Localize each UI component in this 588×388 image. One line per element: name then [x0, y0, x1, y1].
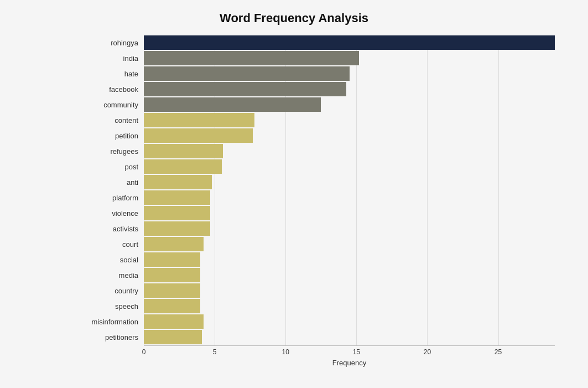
- bar-label: content: [80, 116, 144, 125]
- bar-track: [144, 283, 555, 298]
- bar-row: refugees: [144, 144, 555, 158]
- bar-label: rohingya: [80, 39, 144, 47]
- bar-label: anti: [80, 178, 144, 187]
- bar: [144, 314, 204, 329]
- bar-track: [144, 159, 555, 174]
- bar-label: speech: [80, 302, 144, 311]
- bar: [144, 66, 350, 81]
- bar-track: [144, 175, 555, 189]
- bar-row: content: [144, 113, 555, 127]
- x-tick: 0: [142, 348, 146, 356]
- bar-row: petition: [144, 128, 555, 143]
- bar-track: [144, 128, 555, 143]
- bar-label: media: [80, 271, 144, 280]
- bars-container: rohingyaindiahatefacebookcommunityconten…: [144, 35, 555, 345]
- bar-label: violence: [80, 209, 144, 218]
- bar-label: india: [80, 54, 144, 63]
- bar-row: court: [144, 237, 555, 251]
- bar: [144, 175, 212, 189]
- bar: [144, 206, 210, 220]
- bar: [144, 221, 210, 236]
- bar-label: activists: [80, 225, 144, 233]
- bar-track: [144, 237, 555, 251]
- bar-label: court: [80, 240, 144, 249]
- bar-row: hate: [144, 66, 555, 81]
- bar: [144, 299, 200, 313]
- bar-label: misinformation: [80, 318, 144, 326]
- bar-label: platform: [80, 194, 144, 202]
- bar: [144, 35, 555, 50]
- bar-row: petitioners: [144, 330, 555, 344]
- x-axis-container: 0510152025 Frequency: [144, 345, 555, 367]
- bar-track: [144, 330, 555, 344]
- x-tick: 25: [495, 348, 502, 356]
- bar-track: [144, 252, 555, 267]
- bar-label: refugees: [80, 147, 144, 156]
- bar-label: post: [80, 163, 144, 171]
- x-tick: 5: [213, 348, 217, 356]
- bar-row: misinformation: [144, 314, 555, 329]
- bar-track: [144, 299, 555, 313]
- bar-row: platform: [144, 190, 555, 205]
- bar-label: petitioners: [80, 333, 144, 342]
- bar-row: activists: [144, 221, 555, 236]
- bar-track: [144, 113, 555, 127]
- bar-label: country: [80, 287, 144, 295]
- bar: [144, 97, 321, 112]
- chart-container: Word Frequency Analysis rohingyaindiahat…: [0, 0, 588, 388]
- bar: [144, 82, 346, 96]
- bar-label: community: [80, 101, 144, 109]
- bar-track: [144, 97, 555, 112]
- bar-row: facebook: [144, 82, 555, 96]
- bar-track: [144, 314, 555, 329]
- bar-row: social: [144, 252, 555, 267]
- bar-label: hate: [80, 70, 144, 78]
- bar-row: india: [144, 51, 555, 65]
- x-axis-label: Frequency: [144, 359, 555, 367]
- bar: [144, 159, 222, 174]
- bar-track: [144, 51, 555, 65]
- bar-track: [144, 221, 555, 236]
- bar-track: [144, 190, 555, 205]
- bar: [144, 51, 359, 65]
- bar: [144, 144, 223, 158]
- bar-label: petition: [80, 132, 144, 140]
- bar: [144, 330, 202, 344]
- bar: [144, 113, 254, 127]
- bar: [144, 237, 204, 251]
- bar-label: social: [80, 256, 144, 264]
- bar: [144, 283, 200, 298]
- bar-row: violence: [144, 206, 555, 220]
- bar-track: [144, 268, 555, 282]
- bar-track: [144, 35, 555, 50]
- bar: [144, 190, 210, 205]
- bar: [144, 252, 200, 267]
- x-tick: 20: [424, 348, 431, 356]
- bar-track: [144, 206, 555, 220]
- bar: [144, 128, 253, 143]
- x-tick: 15: [353, 348, 360, 356]
- bar-track: [144, 144, 555, 158]
- chart-title: Word Frequency Analysis: [33, 11, 555, 25]
- bar-row: post: [144, 159, 555, 174]
- bar-row: country: [144, 283, 555, 298]
- x-tick: 10: [282, 348, 289, 356]
- bar-row: media: [144, 268, 555, 282]
- bar: [144, 268, 200, 282]
- bar-label: facebook: [80, 85, 144, 94]
- bar-row: speech: [144, 299, 555, 313]
- bar-row: community: [144, 97, 555, 112]
- bar-row: anti: [144, 175, 555, 189]
- bar-track: [144, 82, 555, 96]
- bar-track: [144, 66, 555, 81]
- bar-row: rohingya: [144, 35, 555, 50]
